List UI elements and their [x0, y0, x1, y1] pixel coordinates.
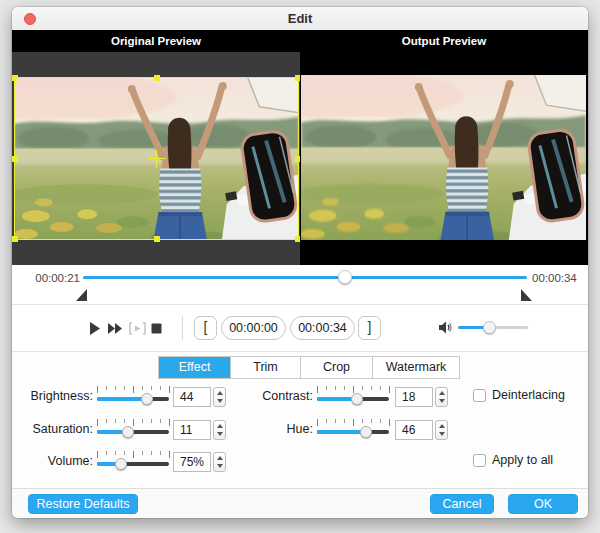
set-start-bracket-button[interactable]: [ — [194, 316, 217, 340]
timeline-track[interactable] — [83, 276, 527, 279]
trim-start-marker[interactable] — [76, 289, 87, 301]
trim-end-marker[interactable] — [521, 289, 532, 301]
original-preview-label: Original Preview — [12, 35, 300, 47]
fast-forward-icon[interactable] — [107, 321, 124, 336]
preview-body — [12, 52, 588, 265]
start-time-field[interactable]: 00:00:00 — [221, 316, 286, 340]
set-end-bracket-button[interactable]: ] — [358, 316, 381, 340]
crop-handle[interactable] — [12, 236, 18, 242]
original-preview-panel — [12, 52, 300, 265]
hue-label: Hue: — [228, 422, 313, 436]
tab-watermark[interactable]: Watermark — [373, 357, 459, 378]
speaker-icon[interactable] — [438, 320, 453, 335]
divider — [182, 316, 183, 340]
volume-stepper[interactable] — [213, 452, 226, 472]
tab-crop[interactable]: Crop — [301, 357, 373, 378]
volume-slider[interactable] — [97, 451, 169, 473]
controls-row: [ 00:00:00 00:00:34 ] — [12, 305, 588, 352]
hue-value[interactable]: 46 — [395, 420, 433, 440]
playhead-knob[interactable] — [338, 270, 352, 284]
effect-row-1: Brightness: 44 Contrast: 18 Deinterlacin… — [12, 386, 588, 408]
brightness-slider[interactable] — [97, 386, 169, 408]
contrast-stepper[interactable] — [435, 387, 448, 407]
saturation-label: Saturation: — [12, 422, 93, 436]
brightness-stepper[interactable] — [213, 387, 226, 407]
hue-slider[interactable] — [317, 419, 389, 441]
titlebar: Edit — [12, 7, 588, 31]
volume-label: Volume: — [12, 454, 93, 468]
saturation-slider[interactable] — [97, 419, 169, 441]
crop-region[interactable] — [14, 77, 299, 240]
deinterlacing-checkbox[interactable]: Deinterlacing — [473, 388, 565, 402]
output-preview-panel — [300, 52, 588, 265]
crop-handle[interactable] — [12, 156, 18, 162]
checkbox-label: Deinterlacing — [492, 388, 565, 402]
effect-row-2: Saturation: 11 Hue: 46 — [12, 419, 588, 441]
edit-dialog: Edit Original Preview Output Preview — [12, 7, 588, 518]
preview-volume-knob[interactable] — [483, 321, 496, 334]
volume-value[interactable]: 75% — [173, 452, 211, 472]
end-time-field[interactable]: 00:00:34 — [290, 316, 355, 340]
checkbox-label: Apply to all — [492, 453, 553, 467]
stop-icon[interactable] — [151, 323, 162, 334]
slider-ticks — [97, 451, 169, 459]
preview-header: Original Preview Output Preview — [12, 30, 588, 52]
tab-effect[interactable]: Effect — [159, 357, 231, 378]
saturation-stepper[interactable] — [213, 420, 226, 440]
slider-ticks — [317, 419, 389, 427]
brightness-value[interactable]: 44 — [173, 387, 211, 407]
saturation-value[interactable]: 11 — [173, 420, 211, 440]
slider-knob[interactable] — [141, 393, 153, 405]
slider-knob[interactable] — [122, 426, 134, 438]
apply-to-all-checkbox[interactable]: Apply to all — [473, 453, 553, 467]
crop-handle[interactable] — [154, 236, 160, 242]
tab-trim[interactable]: Trim — [231, 357, 301, 378]
checkbox-box[interactable] — [473, 454, 486, 467]
preview-volume-slider[interactable] — [458, 326, 528, 329]
crop-handle[interactable] — [12, 75, 18, 81]
contrast-label: Contrast: — [228, 389, 313, 403]
effect-row-3: Volume: 75% Apply to all — [12, 451, 588, 473]
duration-time: 00:00:34 — [532, 272, 577, 284]
segment-play-icon[interactable] — [128, 321, 147, 336]
slider-knob[interactable] — [360, 426, 372, 438]
slider-ticks — [97, 419, 169, 427]
checkbox-box[interactable] — [473, 389, 486, 402]
hue-stepper[interactable] — [435, 420, 448, 440]
contrast-value[interactable]: 18 — [395, 387, 433, 407]
output-preview-label: Output Preview — [300, 35, 588, 47]
slider-knob[interactable] — [351, 393, 363, 405]
cancel-button[interactable]: Cancel — [430, 494, 494, 514]
restore-defaults-button[interactable]: Restore Defaults — [28, 494, 138, 514]
tab-bar: Effect Trim Crop Watermark — [158, 356, 460, 379]
slider-ticks — [97, 386, 169, 394]
photo-woman-car-field — [301, 75, 586, 240]
elapsed-time: 00:00:21 — [28, 272, 80, 284]
contrast-slider[interactable] — [317, 386, 389, 408]
output-photo — [301, 75, 586, 240]
footer-bar: Restore Defaults Cancel OK — [12, 488, 588, 518]
play-icon[interactable] — [88, 321, 101, 336]
brightness-label: Brightness: — [12, 389, 93, 403]
slider-ticks — [317, 386, 389, 394]
window-title: Edit — [12, 11, 588, 26]
ok-button[interactable]: OK — [508, 494, 578, 514]
crop-handle[interactable] — [154, 75, 160, 81]
timeline-row: 00:00:21 00:00:34 — [12, 265, 588, 305]
slider-knob[interactable] — [115, 458, 127, 470]
